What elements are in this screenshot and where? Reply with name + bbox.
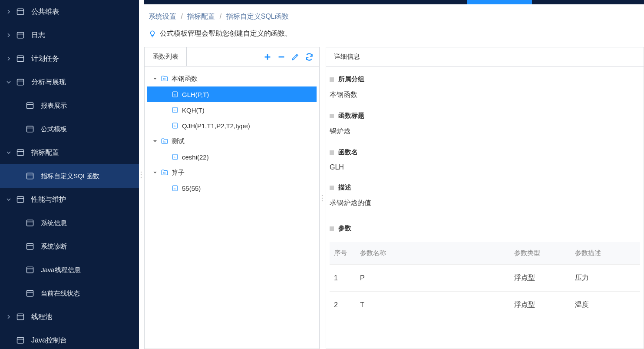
svg-point-32 [322, 197, 323, 198]
sidebar-item-日志[interactable]: 日志 [0, 23, 139, 47]
sidebar-item-label: Java控制台 [31, 336, 67, 345]
tree-function[interactable]: fxceshi(22) [147, 149, 317, 165]
breadcrumb-sep: / [220, 13, 221, 20]
breadcrumb-sep: / [181, 13, 182, 20]
topbar [144, 0, 644, 4]
sidebar-item-label: 公共维表 [31, 7, 59, 17]
add-button[interactable] [261, 50, 274, 63]
tree-folder[interactable]: fx本钢函数 [147, 71, 317, 86]
main-content: 系统设置 / 指标配置 / 指标自定义SQL函数 公式模板管理会帮助您创建自定义… [144, 0, 644, 349]
svg-text:fx: fx [174, 125, 176, 127]
breadcrumb-item[interactable]: 系统设置 [149, 13, 176, 20]
folder-fx-icon: fx [160, 168, 169, 177]
svg-text:fx: fx [174, 187, 176, 190]
chevron-icon [5, 196, 12, 203]
table-icon [16, 7, 25, 17]
sidebar-item-label: Java线程信息 [41, 266, 81, 274]
svg-point-15 [141, 171, 142, 172]
svg-point-33 [322, 200, 323, 201]
sidebar-item-指标自定义SQL函数[interactable]: 指标自定义SQL函数 [0, 164, 139, 188]
pool-icon [16, 312, 25, 322]
formula-icon [25, 124, 35, 134]
tree-node-label: 测试 [172, 137, 185, 146]
remove-button[interactable] [275, 50, 288, 63]
function-icon: fx [171, 153, 179, 161]
log-icon [16, 30, 25, 40]
sidebar-item-label: 公式模板 [41, 125, 67, 133]
tab-function-list[interactable]: 函数列表 [144, 47, 187, 66]
chevron-icon [5, 79, 12, 86]
chevron-icon [5, 313, 12, 320]
svg-rect-6 [17, 150, 24, 155]
content-area: 函数列表 [144, 47, 644, 349]
thread-icon [25, 265, 35, 275]
svg-rect-10 [27, 243, 33, 249]
sidebar-resize-handle[interactable] [139, 0, 144, 349]
tree-folder[interactable]: fx算子 [147, 165, 317, 180]
svg-point-16 [141, 174, 142, 175]
section-params-label: 参数 [338, 224, 351, 233]
edit-button[interactable] [289, 50, 302, 63]
tree-node-label: 55(55) [182, 185, 201, 192]
sidebar-item-计划任务[interactable]: 计划任务 [0, 47, 139, 70]
sidebar-item-分析与展现[interactable]: 分析与展现 [0, 70, 139, 94]
schedule-icon [16, 54, 25, 63]
sidebar-item-label: 日志 [31, 31, 45, 40]
tree-function[interactable]: fxGLH(P,T) [147, 86, 317, 102]
svg-rect-2 [17, 56, 24, 61]
svg-point-31 [322, 195, 323, 196]
section-title-value: 锅炉焓 [330, 124, 640, 144]
metric-icon [16, 148, 25, 157]
sidebar-item-线程池[interactable]: 线程池 [0, 305, 139, 329]
sidebar-item-系统信息[interactable]: 系统信息 [0, 211, 139, 235]
tree-node-label: 算子 [172, 169, 185, 177]
param-idx: 1 [330, 265, 356, 292]
hint-banner: 公式模板管理会帮助您创建自定义的函数。 [144, 29, 644, 47]
sidebar-item-当前在线状态[interactable]: 当前在线状态 [0, 282, 139, 305]
tree-function[interactable]: fxQJH(P1,T1,P2,T2,type) [147, 118, 317, 133]
svg-rect-5 [27, 126, 33, 132]
sidebar-item-系统诊断[interactable]: 系统诊断 [0, 235, 139, 258]
diagnose-icon [25, 242, 35, 251]
panel-resize-handle[interactable] [320, 47, 326, 349]
section-marker [330, 114, 334, 118]
sidebar-item-公式模板[interactable]: 公式模板 [0, 117, 139, 141]
svg-point-17 [141, 176, 142, 177]
sidebar-item-指标配置[interactable]: 指标配置 [0, 141, 139, 164]
svg-rect-0 [17, 9, 24, 14]
sidebar-item-公共维表[interactable]: 公共维表 [0, 0, 139, 23]
section-desc-value: 求锅炉焓的值 [330, 196, 640, 216]
tab-detail[interactable]: 详细信息 [326, 47, 368, 66]
sidebar-item-label: 指标配置 [31, 148, 59, 157]
tree-function[interactable]: fx55(55) [147, 180, 317, 196]
sidebar: 公共维表日志计划任务分析与展现报表展示公式模板指标配置指标自定义SQL函数性能与… [0, 0, 139, 349]
tree-function[interactable]: fxKQH(T) [147, 102, 317, 118]
refresh-button[interactable] [303, 50, 316, 63]
sidebar-item-label: 指标自定义SQL函数 [41, 172, 99, 180]
report-icon [25, 101, 35, 110]
svg-rect-12 [27, 290, 33, 296]
svg-text:fx: fx [163, 77, 166, 80]
svg-text:fx: fx [174, 93, 176, 96]
sidebar-item-报表展示[interactable]: 报表展示 [0, 94, 139, 117]
caret-down-icon [152, 169, 159, 176]
chevron-icon [5, 149, 12, 156]
tree-folder[interactable]: fx测试 [147, 133, 317, 149]
sidebar-item-label: 线程池 [31, 312, 52, 322]
toolbar [258, 50, 319, 63]
svg-rect-4 [27, 103, 33, 108]
chevron-icon [5, 8, 12, 15]
param-th-idx: 序号 [330, 242, 356, 265]
svg-rect-13 [17, 314, 24, 319]
section-name-value: GLH [330, 161, 640, 179]
section-group-value: 本钢函数 [330, 88, 640, 107]
breadcrumb-item[interactable]: 指标配置 [187, 13, 215, 20]
sidebar-item-Java线程信息[interactable]: Java线程信息 [0, 258, 139, 282]
caret-down-icon [152, 75, 159, 82]
detail-panel: 详细信息 所属分组 本钢函数 函数标题 锅炉焓 函数名 GLH 描述 求锅炉焓的… [326, 47, 644, 349]
sidebar-item-Java控制台[interactable]: Java控制台 [0, 329, 139, 349]
section-group-label: 所属分组 [338, 75, 364, 83]
breadcrumb-item[interactable]: 指标自定义SQL函数 [226, 13, 289, 20]
sidebar-item-性能与维护[interactable]: 性能与维护 [0, 188, 139, 211]
function-icon: fx [171, 106, 179, 114]
